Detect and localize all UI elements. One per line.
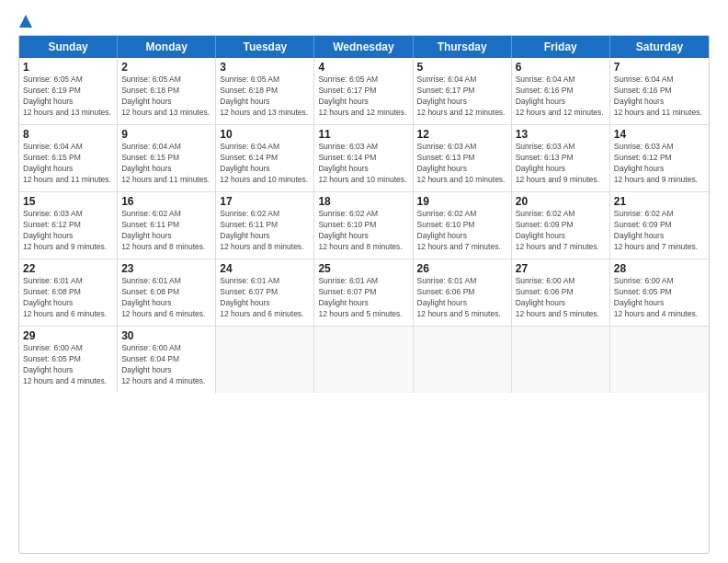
day-info: Sunrise: 6:05 AMSunset: 6:18 PMDaylight … <box>121 75 211 119</box>
calendar-cell: 23Sunrise: 6:01 AMSunset: 6:08 PMDayligh… <box>118 259 216 326</box>
day-number: 4 <box>318 61 408 74</box>
day-info: Sunrise: 6:04 AMSunset: 6:16 PMDaylight … <box>516 75 606 119</box>
logo-triangle-icon <box>19 15 32 31</box>
day-number: 1 <box>23 61 113 74</box>
day-number: 27 <box>516 262 606 275</box>
day-number: 22 <box>23 262 113 275</box>
day-number: 20 <box>516 195 606 208</box>
day-info: Sunrise: 6:03 AMSunset: 6:14 PMDaylight … <box>318 142 408 186</box>
calendar-cell <box>216 327 314 393</box>
day-number: 21 <box>614 195 705 208</box>
day-info: Sunrise: 6:04 AMSunset: 6:16 PMDaylight … <box>614 75 705 119</box>
title-block <box>33 15 710 17</box>
day-number: 17 <box>220 195 310 208</box>
calendar-header: SundayMondayTuesdayWednesdayThursdayFrid… <box>19 36 709 58</box>
calendar-cell: 1Sunrise: 6:05 AMSunset: 6:19 PMDaylight… <box>19 58 118 124</box>
calendar-cell: 21Sunrise: 6:02 AMSunset: 6:09 PMDayligh… <box>610 192 709 259</box>
calendar-cell: 10Sunrise: 6:04 AMSunset: 6:14 PMDayligh… <box>216 125 314 191</box>
day-number: 23 <box>121 262 211 275</box>
day-number: 7 <box>614 61 705 74</box>
day-number: 25 <box>318 262 408 275</box>
day-info: Sunrise: 6:04 AMSunset: 6:15 PMDaylight … <box>23 142 113 186</box>
day-info: Sunrise: 6:05 AMSunset: 6:19 PMDaylight … <box>23 75 113 119</box>
calendar-week-2: 8Sunrise: 6:04 AMSunset: 6:15 PMDaylight… <box>19 125 709 192</box>
calendar-cell: 26Sunrise: 6:01 AMSunset: 6:06 PMDayligh… <box>414 259 512 326</box>
calendar-body: 1Sunrise: 6:05 AMSunset: 6:19 PMDaylight… <box>19 58 709 393</box>
day-info: Sunrise: 6:02 AMSunset: 6:09 PMDaylight … <box>614 209 705 253</box>
day-info: Sunrise: 6:04 AMSunset: 6:15 PMDaylight … <box>121 142 211 186</box>
calendar-cell: 9Sunrise: 6:04 AMSunset: 6:15 PMDaylight… <box>118 125 216 191</box>
calendar-cell: 14Sunrise: 6:03 AMSunset: 6:12 PMDayligh… <box>610 125 709 191</box>
calendar-cell: 5Sunrise: 6:04 AMSunset: 6:17 PMDaylight… <box>414 58 512 124</box>
calendar-cell: 24Sunrise: 6:01 AMSunset: 6:07 PMDayligh… <box>216 259 314 326</box>
calendar-cell: 12Sunrise: 6:03 AMSunset: 6:13 PMDayligh… <box>414 125 512 191</box>
header-day-saturday: Saturday <box>610 36 709 58</box>
day-info: Sunrise: 6:03 AMSunset: 6:12 PMDaylight … <box>614 142 705 186</box>
day-number: 13 <box>516 128 606 141</box>
day-number: 6 <box>516 61 606 74</box>
calendar-cell <box>610 327 709 393</box>
day-number: 10 <box>220 128 310 141</box>
calendar-cell <box>314 327 413 393</box>
day-info: Sunrise: 6:02 AMSunset: 6:09 PMDaylight … <box>516 209 606 253</box>
day-info: Sunrise: 6:02 AMSunset: 6:11 PMDaylight … <box>121 209 211 253</box>
calendar-cell: 20Sunrise: 6:02 AMSunset: 6:09 PMDayligh… <box>512 192 610 259</box>
day-info: Sunrise: 6:00 AMSunset: 6:05 PMDaylight … <box>23 343 113 387</box>
calendar-cell: 15Sunrise: 6:03 AMSunset: 6:12 PMDayligh… <box>19 192 118 259</box>
day-info: Sunrise: 6:03 AMSunset: 6:13 PMDaylight … <box>516 142 606 186</box>
day-number: 16 <box>121 195 211 208</box>
header-day-monday: Monday <box>118 36 216 58</box>
day-info: Sunrise: 6:05 AMSunset: 6:17 PMDaylight … <box>318 75 408 119</box>
day-number: 12 <box>417 128 507 141</box>
day-number: 18 <box>318 195 408 208</box>
calendar-cell: 25Sunrise: 6:01 AMSunset: 6:07 PMDayligh… <box>314 259 413 326</box>
day-info: Sunrise: 6:01 AMSunset: 6:08 PMDaylight … <box>23 276 113 320</box>
day-info: Sunrise: 6:00 AMSunset: 6:06 PMDaylight … <box>516 276 606 320</box>
svg-marker-0 <box>19 15 32 28</box>
day-info: Sunrise: 6:01 AMSunset: 6:07 PMDaylight … <box>318 276 408 320</box>
day-info: Sunrise: 6:04 AMSunset: 6:17 PMDaylight … <box>417 75 507 119</box>
header-day-friday: Friday <box>512 36 610 58</box>
calendar-cell: 6Sunrise: 6:04 AMSunset: 6:16 PMDaylight… <box>512 58 610 124</box>
page: SundayMondayTuesdayWednesdayThursdayFrid… <box>0 0 728 563</box>
calendar-cell: 27Sunrise: 6:00 AMSunset: 6:06 PMDayligh… <box>512 259 610 326</box>
day-info: Sunrise: 6:03 AMSunset: 6:13 PMDaylight … <box>417 142 507 186</box>
day-info: Sunrise: 6:01 AMSunset: 6:06 PMDaylight … <box>417 276 507 320</box>
header-day-sunday: Sunday <box>19 36 118 58</box>
calendar-cell: 13Sunrise: 6:03 AMSunset: 6:13 PMDayligh… <box>512 125 610 191</box>
calendar-week-1: 1Sunrise: 6:05 AMSunset: 6:19 PMDaylight… <box>19 58 709 125</box>
day-number: 15 <box>23 195 113 208</box>
day-number: 14 <box>614 128 705 141</box>
calendar-cell: 16Sunrise: 6:02 AMSunset: 6:11 PMDayligh… <box>118 192 216 259</box>
day-number: 30 <box>121 329 211 342</box>
day-info: Sunrise: 6:02 AMSunset: 6:11 PMDaylight … <box>220 209 310 253</box>
header-day-thursday: Thursday <box>414 36 512 58</box>
calendar-cell: 8Sunrise: 6:04 AMSunset: 6:15 PMDaylight… <box>19 125 118 191</box>
calendar-cell: 2Sunrise: 6:05 AMSunset: 6:18 PMDaylight… <box>118 58 216 124</box>
day-number: 3 <box>220 61 310 74</box>
calendar-cell: 4Sunrise: 6:05 AMSunset: 6:17 PMDaylight… <box>314 58 413 124</box>
header <box>18 15 710 29</box>
header-day-tuesday: Tuesday <box>216 36 314 58</box>
day-number: 28 <box>614 262 705 275</box>
day-number: 29 <box>23 329 113 342</box>
day-number: 9 <box>121 128 211 141</box>
day-info: Sunrise: 6:00 AMSunset: 6:05 PMDaylight … <box>614 276 705 320</box>
day-number: 26 <box>417 262 507 275</box>
day-info: Sunrise: 6:04 AMSunset: 6:14 PMDaylight … <box>220 142 310 186</box>
day-number: 5 <box>417 61 507 74</box>
calendar-cell: 19Sunrise: 6:02 AMSunset: 6:10 PMDayligh… <box>414 192 512 259</box>
calendar-week-5: 29Sunrise: 6:00 AMSunset: 6:05 PMDayligh… <box>19 327 709 393</box>
calendar-cell: 28Sunrise: 6:00 AMSunset: 6:05 PMDayligh… <box>610 259 709 326</box>
calendar-cell <box>414 327 512 393</box>
day-info: Sunrise: 6:05 AMSunset: 6:18 PMDaylight … <box>220 75 310 119</box>
day-number: 19 <box>417 195 507 208</box>
day-info: Sunrise: 6:02 AMSunset: 6:10 PMDaylight … <box>318 209 408 253</box>
day-number: 2 <box>121 61 211 74</box>
calendar-cell <box>512 327 610 393</box>
calendar-cell: 29Sunrise: 6:00 AMSunset: 6:05 PMDayligh… <box>19 327 118 393</box>
day-info: Sunrise: 6:01 AMSunset: 6:08 PMDaylight … <box>121 276 211 320</box>
day-number: 11 <box>318 128 408 141</box>
calendar: SundayMondayTuesdayWednesdayThursdayFrid… <box>18 35 710 554</box>
logo <box>18 15 33 29</box>
